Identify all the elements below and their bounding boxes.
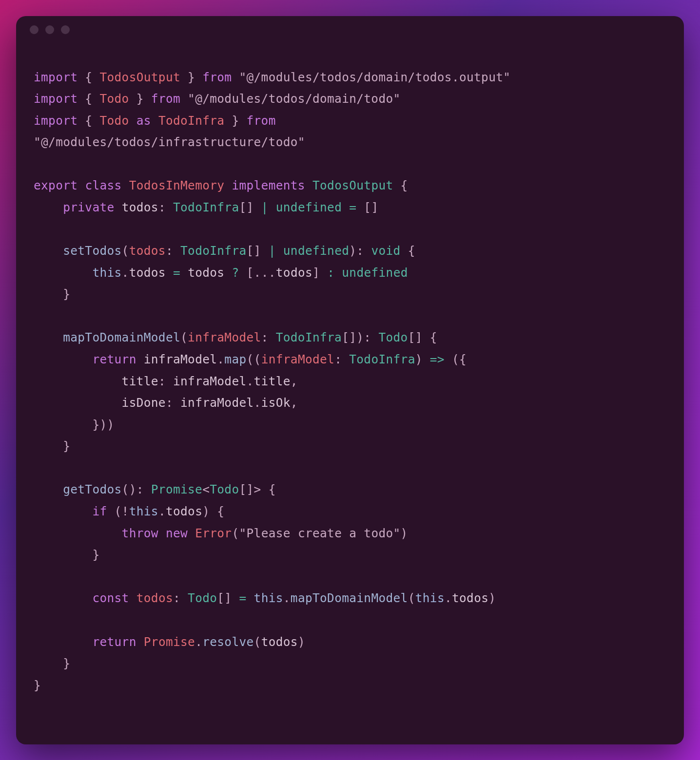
- code-token: todos: [452, 591, 488, 605]
- code-token: from: [151, 92, 180, 106]
- code-token: ({: [445, 352, 467, 366]
- code-token: [232, 70, 239, 84]
- code-token: infraModel: [144, 352, 217, 366]
- code-token: [34, 244, 63, 258]
- code-token: mapToDomainModel: [291, 591, 408, 605]
- code-token: ?: [232, 266, 239, 280]
- code-token: "@/modules/todos/domain/todos.output": [239, 70, 510, 84]
- code-token: getTodos: [63, 482, 121, 496]
- code-token: infraModel: [261, 352, 335, 366]
- code-token: [115, 200, 122, 214]
- code-token: [34, 330, 63, 344]
- code-token: [34, 200, 63, 214]
- code-token: }: [34, 656, 70, 670]
- traffic-light-zoom[interactable]: [61, 25, 70, 34]
- code-token: this: [92, 266, 121, 280]
- code-token: return: [92, 635, 136, 649]
- code-token: ]: [312, 266, 327, 280]
- code-token: [334, 266, 342, 280]
- code-token: setTodos: [63, 244, 121, 258]
- code-token: todos: [122, 200, 158, 214]
- code-token: this: [254, 591, 283, 605]
- code-token: if: [92, 504, 107, 518]
- code-token: Todo: [99, 92, 129, 106]
- code-token: todos: [276, 266, 312, 280]
- code-token: infraModel: [188, 330, 261, 344]
- code-token: todos: [188, 266, 224, 280]
- code-token: undefined: [342, 266, 408, 280]
- code-token: Promise: [151, 482, 202, 496]
- code-token: Todo: [378, 330, 408, 344]
- code-token: [129, 591, 136, 605]
- code-token: infraModel: [180, 396, 254, 410]
- code-token: (: [122, 244, 129, 258]
- code-token: todos: [261, 635, 298, 649]
- code-token: "Please create a todo": [239, 526, 400, 540]
- code-token: [342, 200, 349, 214]
- code-token: TodoInfra: [349, 352, 415, 366]
- code-token: isOk: [261, 396, 291, 410]
- code-token: }: [34, 678, 41, 692]
- code-token: [] {: [408, 330, 437, 344]
- code-token: []: [239, 200, 261, 214]
- code-token: .: [195, 635, 202, 649]
- code-token: ():: [122, 482, 151, 496]
- code-token: [136, 635, 144, 649]
- code-token: }: [180, 70, 202, 84]
- code-token: Error: [195, 526, 232, 540]
- code-token: [34, 591, 92, 605]
- code-token: Promise: [144, 635, 195, 649]
- code-token: .: [445, 591, 452, 605]
- code-token: [78, 178, 85, 192]
- code-token: import: [34, 92, 78, 106]
- code-token: :: [173, 591, 188, 605]
- code-token: this: [129, 504, 158, 518]
- code-token: =>: [430, 352, 445, 366]
- code-token: .: [217, 352, 224, 366]
- code-token: TodosOutput: [312, 178, 393, 192]
- code-token: {: [401, 244, 415, 258]
- code-token: |: [269, 244, 276, 258]
- code-token: private: [63, 200, 114, 214]
- code-token: (: [254, 635, 261, 649]
- code-token: }: [34, 548, 99, 562]
- code-token: :: [334, 352, 349, 366]
- code-token: [305, 178, 312, 192]
- code-token: [247, 591, 254, 605]
- code-token: TodosInMemory: [129, 178, 225, 192]
- code-token: infraModel: [173, 374, 247, 388]
- code-token: import: [34, 70, 78, 84]
- code-token: ,: [291, 396, 298, 410]
- traffic-light-minimize[interactable]: [45, 25, 54, 34]
- code-window: import { TodosOutput } from "@/modules/t…: [16, 16, 684, 744]
- code-token: TodoInfra: [158, 114, 224, 128]
- code-token: []):: [342, 330, 378, 344]
- code-token: TodoInfra: [180, 244, 246, 258]
- code-token: (: [408, 591, 415, 605]
- code-token: .: [158, 504, 166, 518]
- code-token: })): [34, 418, 115, 432]
- code-token: from: [247, 114, 276, 128]
- code-token: {: [78, 114, 99, 128]
- code-token: ): [401, 526, 408, 540]
- code-token: .: [283, 591, 291, 605]
- code-token: }: [34, 287, 70, 301]
- code-token: todos: [129, 266, 166, 280]
- code-token: TodoInfra: [276, 330, 342, 344]
- code-token: [166, 266, 173, 280]
- code-token: [180, 92, 188, 106]
- code-token: ): [298, 635, 305, 649]
- code-token: const: [92, 591, 129, 605]
- code-token: from: [202, 70, 232, 84]
- code-token: []: [356, 200, 378, 214]
- code-token: .: [254, 396, 261, 410]
- code-token: "@/modules/todos/infrastructure/todo": [34, 135, 305, 149]
- code-token: []: [247, 244, 269, 258]
- code-token: (!: [107, 504, 129, 518]
- code-token: [34, 352, 92, 366]
- code-token: implements: [232, 178, 305, 192]
- code-editor-content: import { TodosOutput } from "@/modules/t…: [16, 43, 684, 714]
- code-token: todos: [136, 591, 173, 605]
- traffic-light-close[interactable]: [30, 25, 39, 34]
- code-token: new: [166, 526, 188, 540]
